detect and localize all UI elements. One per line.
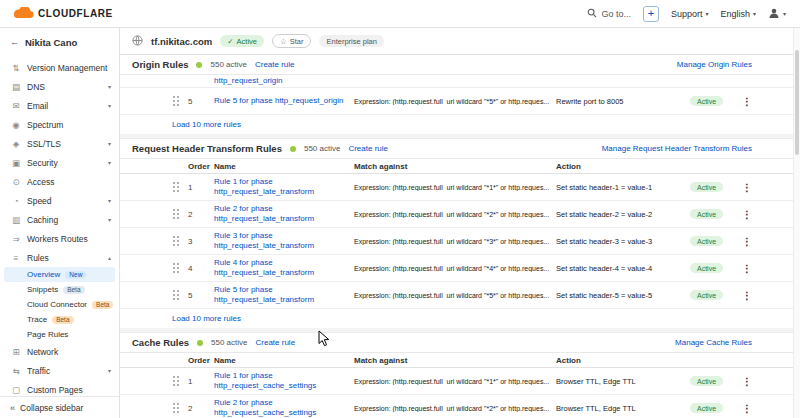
traffic-icon: ⇆ bbox=[11, 366, 21, 376]
star-button[interactable]: ☆ Star bbox=[272, 34, 312, 48]
section-title: Cache Rules bbox=[132, 337, 189, 348]
sidebar-item-caching[interactable]: ▥ Caching ▾ bbox=[0, 210, 119, 229]
kebab-menu-icon[interactable]: ⋮ bbox=[738, 403, 756, 414]
sidebar-item-dns[interactable]: ▤ DNS ▾ bbox=[0, 77, 119, 96]
collapse-sidebar-button[interactable]: « Collapse sidebar bbox=[0, 396, 119, 418]
rule-name-link[interactable]: Rule 1 for phase http_request_cache_sett… bbox=[214, 371, 352, 391]
drag-handle-icon[interactable] bbox=[172, 235, 180, 248]
rule-action: Browser TTL, Edge TTL bbox=[556, 377, 688, 386]
table-header-row: Order Name Match against Action bbox=[120, 159, 800, 174]
sidebar-item-trace[interactable]: Trace Beta bbox=[0, 312, 119, 327]
manage-origin-rules-link[interactable]: Manage Origin Rules bbox=[677, 60, 752, 69]
rule-expression: Expression: (http.request.full_uri wildc… bbox=[354, 265, 554, 272]
rule-expression: Expression: (http.request.full_uri wildc… bbox=[354, 378, 554, 385]
beta-badge: Beta bbox=[63, 286, 84, 294]
spectrum-icon: ◉ bbox=[11, 120, 21, 130]
sidebar-item-overview[interactable]: Overview New bbox=[4, 267, 115, 282]
check-icon: ✓ bbox=[227, 37, 233, 46]
create-rule-link[interactable]: Create rule bbox=[256, 338, 296, 347]
custom-pages-icon: ▢ bbox=[11, 385, 21, 395]
user-menu[interactable]: ▾ bbox=[768, 7, 786, 21]
create-rule-link[interactable]: Create rule bbox=[255, 60, 295, 69]
chevron-down-icon: ▾ bbox=[753, 10, 756, 17]
sidebar-item-email[interactable]: ✉ Email ▾ bbox=[0, 96, 119, 115]
active-badge: Active bbox=[690, 263, 723, 273]
rule-name-link[interactable]: Rule 2 for phase http_request_cache_sett… bbox=[214, 398, 352, 418]
kebab-menu-icon[interactable]: ⋮ bbox=[738, 236, 756, 247]
request-header-transform-rules-section: Request Header Transform Rules 550 activ… bbox=[120, 139, 800, 328]
rule-action: Set static header-4 = value-4 bbox=[556, 264, 688, 273]
drag-handle-icon[interactable] bbox=[172, 289, 180, 302]
create-rule-link[interactable]: Create rule bbox=[348, 144, 388, 153]
active-badge: Active bbox=[690, 376, 723, 386]
chevron-down-icon: ▾ bbox=[108, 140, 111, 147]
language-menu[interactable]: English ▾ bbox=[720, 9, 756, 19]
sidebar-item-access[interactable]: ⊙ Access bbox=[0, 172, 119, 191]
rule-name-link[interactable]: Rule 2 for phase http_request_late_trans… bbox=[214, 204, 352, 224]
load-more-link[interactable]: Load 10 more rules bbox=[120, 115, 800, 134]
drag-handle-icon[interactable] bbox=[172, 181, 180, 194]
kebab-menu-icon[interactable]: ⋮ bbox=[738, 96, 756, 107]
manage-request-header-transform-rules-link[interactable]: Manage Request Header Transform Rules bbox=[602, 144, 752, 153]
sidebar-item-snippets[interactable]: Snippets Beta bbox=[0, 282, 119, 297]
kebab-menu-icon[interactable]: ⋮ bbox=[738, 182, 756, 193]
kebab-menu-icon[interactable]: ⋮ bbox=[738, 209, 756, 220]
active-badge: Active bbox=[690, 209, 723, 219]
rule-name-link[interactable]: Rule 5 for phase http_request_late_trans… bbox=[214, 285, 352, 305]
sidebar-item-cloud-connector[interactable]: Cloud Connector Beta bbox=[0, 297, 119, 312]
site-active-badge: ✓ Active bbox=[220, 35, 264, 47]
sidebar-item-ssl-tls[interactable]: ◈ SSL/TLS ▾ bbox=[0, 134, 119, 153]
chevron-down-icon: ▾ bbox=[108, 102, 111, 109]
kebab-menu-icon[interactable]: ⋮ bbox=[738, 376, 756, 387]
rule-action: Set static header-3 = value-3 bbox=[556, 237, 688, 246]
rule-action: Browser TTL, Edge TTL bbox=[556, 404, 688, 413]
sidebar-item-spectrum[interactable]: ◉ Spectrum bbox=[0, 115, 119, 134]
table-row: 5 Rule 5 for phase http_request_late_tra… bbox=[120, 282, 800, 309]
language-label: English bbox=[720, 9, 750, 19]
rule-name-link[interactable]: Rule 3 for phase http_request_late_trans… bbox=[214, 231, 352, 251]
drag-handle-icon[interactable] bbox=[172, 95, 180, 108]
topbar-right: Go to... + Support ▾ English ▾ ▾ bbox=[587, 6, 786, 22]
account-header[interactable]: ← Nikita Cano bbox=[0, 28, 119, 56]
drag-handle-icon[interactable] bbox=[172, 262, 180, 275]
scrollbar-track[interactable] bbox=[793, 28, 800, 418]
cloudflare-logo[interactable]: CLOUDFLARE bbox=[12, 5, 113, 23]
drag-handle-icon[interactable] bbox=[172, 208, 180, 221]
rule-name-link[interactable]: Rule 1 for phase http_request_late_trans… bbox=[214, 177, 352, 197]
sidebar-item-workers-routes[interactable]: ⇒ Workers Routes bbox=[0, 229, 119, 248]
kebab-menu-icon[interactable]: ⋮ bbox=[738, 263, 756, 274]
sidebar-item-rules[interactable]: ≡ Rules ▴ bbox=[0, 248, 119, 267]
security-icon: ▣ bbox=[11, 158, 21, 168]
rule-name-link[interactable]: Rule 4 for phase http_request_late_trans… bbox=[214, 258, 352, 278]
load-more-link[interactable]: Load 10 more rules bbox=[120, 309, 800, 328]
sidebar-item-version-management[interactable]: ⇅ Version Management bbox=[0, 58, 119, 77]
cloudflare-cloud-icon bbox=[12, 5, 34, 23]
table-row: 2 Rule 2 for phase http_request_late_tra… bbox=[120, 201, 800, 228]
drag-handle-icon[interactable] bbox=[172, 402, 180, 415]
scrollbar-thumb[interactable] bbox=[795, 50, 799, 155]
sidebar-item-speed[interactable]: ◔ Speed ▾ bbox=[0, 191, 119, 210]
chevron-down-icon: ▾ bbox=[783, 10, 786, 17]
sidebar-item-security[interactable]: ▣ Security ▾ bbox=[0, 153, 119, 172]
section-header: Request Header Transform Rules 550 activ… bbox=[120, 139, 800, 159]
goto-label: Go to... bbox=[601, 9, 631, 19]
manage-cache-rules-link[interactable]: Manage Cache Rules bbox=[675, 338, 752, 347]
chevron-down-icon: ▾ bbox=[108, 83, 111, 90]
sidebar-item-custom-pages[interactable]: ▢ Custom Pages bbox=[0, 380, 119, 396]
rule-action: Rewrite port to 8005 bbox=[556, 97, 688, 106]
table-row: 3 Rule 3 for phase http_request_late_tra… bbox=[120, 228, 800, 255]
rules-icon: ≡ bbox=[11, 253, 21, 263]
drag-handle-icon[interactable] bbox=[172, 375, 180, 388]
add-button[interactable]: + bbox=[643, 6, 659, 22]
sidebar-item-page-rules[interactable]: Page Rules bbox=[0, 327, 119, 342]
rule-name-link[interactable]: Rule 5 for phase http_request_origin bbox=[214, 96, 352, 106]
support-menu[interactable]: Support ▾ bbox=[671, 9, 709, 19]
rule-name-link[interactable]: http_request_origin bbox=[214, 76, 352, 86]
sidebar-item-network[interactable]: ⊞ Network bbox=[0, 342, 119, 361]
beta-badge: Beta bbox=[52, 316, 73, 324]
active-dot-icon bbox=[196, 62, 202, 68]
goto-search[interactable]: Go to... bbox=[587, 8, 631, 20]
sidebar-item-traffic[interactable]: ⇆ Traffic ▾ bbox=[0, 361, 119, 380]
kebab-menu-icon[interactable]: ⋮ bbox=[738, 290, 756, 301]
cache-rules-section: Cache Rules 550 active Create rule Manag… bbox=[120, 333, 800, 418]
